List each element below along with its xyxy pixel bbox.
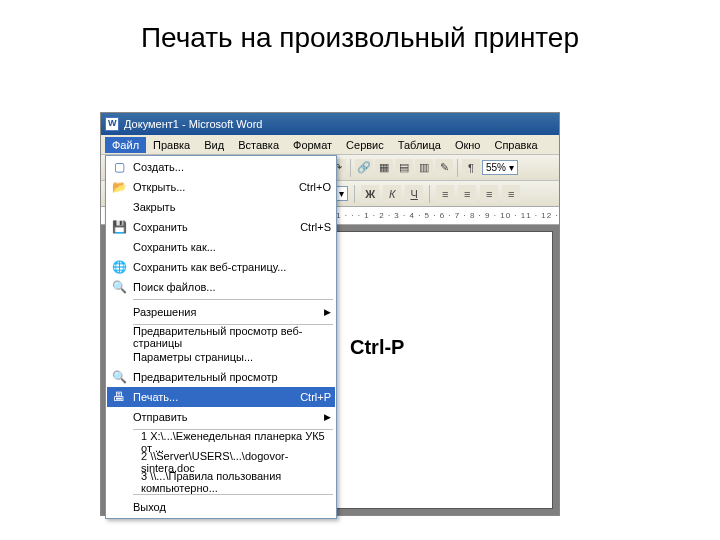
shortcut-annotation: Ctrl-P [350,336,404,359]
blank-icon [109,498,129,516]
tb-link-icon[interactable]: 🔗 [355,159,373,177]
menu-item-permissions[interactable]: Разрешения ▶ [107,302,335,322]
underline-button[interactable]: Ч [405,185,423,203]
chevron-down-icon: ▾ [509,162,514,173]
tb-sep [457,159,458,177]
menu-file[interactable]: Файл [105,137,146,153]
tb-sep [354,185,355,203]
tb-excel-icon[interactable]: ▤ [395,159,413,177]
save-icon: 💾 [109,218,129,236]
menu-tools[interactable]: Сервис [339,137,391,153]
tb-drawing-icon[interactable]: ✎ [435,159,453,177]
blank-icon [109,453,129,471]
chevron-down-icon: ▾ [339,188,344,199]
menu-item-exit[interactable]: Выход [107,497,335,517]
menu-item-print[interactable]: 🖶 Печать... Ctrl+P [107,387,335,407]
menu-item-file-search[interactable]: 🔍 Поиск файлов... [107,277,335,297]
menu-item-label: Выход [133,501,331,513]
tb-columns-icon[interactable]: ▥ [415,159,433,177]
zoom-combo[interactable]: 55%▾ [482,160,518,175]
menu-item-label: Отправить [133,411,320,423]
menu-bar: Файл Правка Вид Вставка Формат Сервис Та… [101,135,559,155]
menu-item-recent-3[interactable]: 3 \\...\Правила пользования компьютерно.… [107,472,335,492]
menu-format[interactable]: Формат [286,137,339,153]
menu-item-label: Открыть... [133,181,299,193]
menu-help[interactable]: Справка [487,137,544,153]
word-window: Документ1 - Microsoft Word Файл Правка В… [100,112,560,516]
new-doc-icon: ▢ [109,158,129,176]
menu-item-page-setup[interactable]: Параметры страницы... [107,347,335,367]
menu-separator [133,299,333,300]
menu-view[interactable]: Вид [197,137,231,153]
menu-item-label: Закрыть [133,201,331,213]
blank-icon [109,328,129,346]
web-icon: 🌐 [109,258,129,276]
menu-item-label: Сохранить как... [133,241,331,253]
zoom-value: 55% [486,162,506,173]
bold-button[interactable]: Ж [361,185,379,203]
tb-table-icon[interactable]: ▦ [375,159,393,177]
menu-shortcut: Ctrl+S [300,221,331,233]
menu-item-label: Поиск файлов... [133,281,331,293]
menu-item-label: Сохранить [133,221,300,233]
tb-sep [429,185,430,203]
blank-icon [109,433,129,451]
menu-item-web-preview[interactable]: Предварительный просмотр веб-страницы [107,327,335,347]
menu-separator [133,494,333,495]
align-left-icon[interactable]: ≡ [436,185,454,203]
menu-table[interactable]: Таблица [391,137,448,153]
align-right-icon[interactable]: ≡ [480,185,498,203]
menu-item-label: Создать... [133,161,331,173]
menu-insert[interactable]: Вставка [231,137,286,153]
menu-edit[interactable]: Правка [146,137,197,153]
blank-icon [109,198,129,216]
tb-show-marks-icon[interactable]: ¶ [462,159,480,177]
blank-icon [109,238,129,256]
window-title: Документ1 - Microsoft Word [124,118,262,130]
menu-item-label: Параметры страницы... [133,351,331,363]
menu-item-label: Предварительный просмотр веб-страницы [133,325,331,349]
window-titlebar: Документ1 - Microsoft Word [101,113,559,135]
document-page[interactable] [321,231,553,509]
preview-icon: 🔍 [109,368,129,386]
menu-item-open[interactable]: 📂 Открыть... Ctrl+O [107,177,335,197]
italic-button[interactable]: К [383,185,401,203]
search-icon: 🔍 [109,278,129,296]
menu-item-new[interactable]: ▢ Создать... [107,157,335,177]
menu-item-label: Предварительный просмотр [133,371,331,383]
menu-item-save-as[interactable]: Сохранить как... [107,237,335,257]
menu-item-save-as-web[interactable]: 🌐 Сохранить как веб-страницу... [107,257,335,277]
menu-item-recent-2[interactable]: 2 \\Server\USERS\...\dogovor-sintera.doc [107,452,335,472]
blank-icon [109,408,129,426]
blank-icon [109,303,129,321]
open-icon: 📂 [109,178,129,196]
menu-item-label: Печать... [133,391,300,403]
slide-title: Печать на произвольный принтер [0,0,720,54]
menu-shortcut: Ctrl+O [299,181,331,193]
word-doc-icon [105,117,119,131]
menu-item-send[interactable]: Отправить ▶ [107,407,335,427]
file-menu-dropdown: ▢ Создать... 📂 Открыть... Ctrl+O Закрыть… [105,155,337,519]
menu-item-label: Сохранить как веб-страницу... [133,261,331,273]
menu-item-label: 3 \\...\Правила пользования компьютерно.… [133,470,331,494]
align-center-icon[interactable]: ≡ [458,185,476,203]
menu-shortcut: Ctrl+P [300,391,331,403]
align-justify-icon[interactable]: ≡ [502,185,520,203]
tb-sep [350,159,351,177]
submenu-arrow-icon: ▶ [324,307,331,317]
blank-icon [109,348,129,366]
printer-icon: 🖶 [109,388,129,406]
blank-icon [109,473,129,491]
menu-item-save[interactable]: 💾 Сохранить Ctrl+S [107,217,335,237]
menu-item-recent-1[interactable]: 1 X:\...\Еженедельная планерка УК5 от ..… [107,432,335,452]
submenu-arrow-icon: ▶ [324,412,331,422]
menu-item-close[interactable]: Закрыть [107,197,335,217]
menu-window[interactable]: Окно [448,137,488,153]
menu-item-label: Разрешения [133,306,320,318]
menu-item-print-preview[interactable]: 🔍 Предварительный просмотр [107,367,335,387]
